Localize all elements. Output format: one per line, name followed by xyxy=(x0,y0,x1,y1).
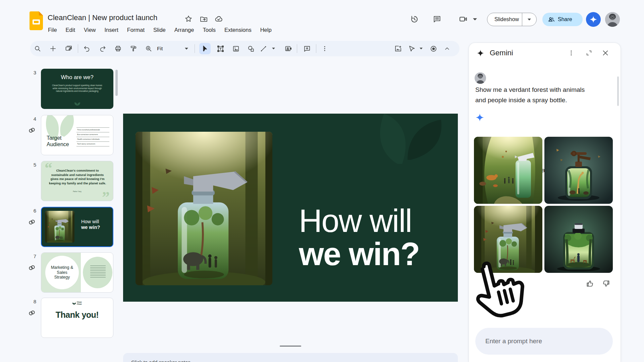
menu-edit[interactable]: Edit xyxy=(61,25,79,35)
close-panel-icon[interactable] xyxy=(601,48,610,58)
search-icon[interactable] xyxy=(33,44,42,53)
slide-number-6: 6 xyxy=(28,208,36,214)
text-box-icon[interactable] xyxy=(216,44,225,53)
leaf-decor xyxy=(357,114,444,167)
slide-number-3: 3 xyxy=(28,70,36,75)
panel-more-icon[interactable] xyxy=(567,48,576,58)
menu-help[interactable]: Help xyxy=(256,25,276,35)
share-people-icon xyxy=(548,16,555,23)
share-button[interactable]: Share xyxy=(542,13,583,26)
slide-thumbnail-4[interactable]: Target Audience Time-crunched profession… xyxy=(41,115,113,155)
slideshow-button[interactable]: Slideshow xyxy=(487,13,537,26)
thumb4-audience-list: Time-crunched professionals Eco-consciou… xyxy=(76,127,109,146)
leaf-logo-icon xyxy=(72,302,76,305)
select-cursor-icon[interactable] xyxy=(199,43,211,54)
slides-logo[interactable] xyxy=(30,11,43,30)
menu-extensions[interactable]: Extensions xyxy=(220,25,256,35)
add-slide-icon[interactable] xyxy=(48,44,58,53)
slideshow-label: Slideshow xyxy=(487,16,522,22)
generated-image-2[interactable] xyxy=(544,137,613,204)
user-message: Show me a verdant forest with animals an… xyxy=(475,84,591,105)
insert-video-icon[interactable] xyxy=(284,44,293,53)
hide-toolbar-icon[interactable] xyxy=(442,44,452,53)
slide-thumbnail-6-selected[interactable]: How will we win? xyxy=(41,207,113,247)
linked-slide-icon xyxy=(28,309,36,317)
slide-canvas[interactable]: How will we win? xyxy=(123,114,458,302)
speaker-notes-placeholder: Click to add speaker notes xyxy=(131,359,191,362)
linked-slide-icon xyxy=(28,126,36,135)
thumb8-logo: CleanClean xyxy=(41,301,113,305)
zoom-caret-icon[interactable] xyxy=(183,46,190,51)
insert-line-icon[interactable] xyxy=(259,44,268,53)
pointer-caret-icon[interactable] xyxy=(418,46,424,51)
undo-icon[interactable] xyxy=(82,44,92,53)
slide-number-4: 4 xyxy=(28,116,36,122)
more-options-icon[interactable] xyxy=(320,44,329,53)
meet-camera-icon[interactable] xyxy=(458,14,468,24)
thumb7-text-lines xyxy=(90,265,106,279)
account-avatar[interactable] xyxy=(605,12,620,27)
thumb4-item: Time-crunched professionals xyxy=(76,127,109,132)
redo-icon[interactable] xyxy=(98,44,107,53)
filmstrip: 3 Who are we? CleanClean's product suppo… xyxy=(23,60,121,362)
slideshow-caret-icon[interactable] xyxy=(522,18,536,21)
toolbar-divider xyxy=(316,44,316,53)
meet-dropdown-caret-icon[interactable] xyxy=(472,17,478,22)
thumb-down-icon[interactable] xyxy=(601,279,611,288)
thumb4-item: Tech-savvy consumers xyxy=(76,141,109,146)
add-comment-icon[interactable] xyxy=(302,44,312,53)
print-icon[interactable] xyxy=(113,44,123,53)
filmstrip-scrollbar[interactable] xyxy=(115,70,118,96)
star-icon[interactable] xyxy=(184,14,193,23)
toolbar-divider xyxy=(78,44,78,53)
paint-format-icon[interactable] xyxy=(129,44,138,53)
thumb-up-icon[interactable] xyxy=(585,279,595,288)
thumb4-title: Target Audience xyxy=(47,135,78,147)
prompt-input[interactable] xyxy=(475,328,613,355)
pen-pointer-icon[interactable] xyxy=(407,44,417,53)
slide-thumbnail-3[interactable]: Who are we? CleanClean's product support… xyxy=(41,69,113,109)
expand-panel-icon[interactable] xyxy=(584,48,594,58)
linked-slide-icon xyxy=(28,218,36,227)
record-icon[interactable] xyxy=(429,44,438,53)
zoom-select[interactable]: Fit xyxy=(157,46,163,52)
version-history-icon[interactable] xyxy=(409,14,419,24)
comments-icon[interactable] xyxy=(432,14,442,24)
line-caret-icon[interactable] xyxy=(270,46,276,51)
thumb5-author: Parker Yang xyxy=(41,191,113,192)
notes-resize-handle[interactable] xyxy=(280,346,301,347)
cloud-saved-icon[interactable] xyxy=(214,14,223,23)
zoom-icon[interactable] xyxy=(144,44,153,53)
panel-scrollbar[interactable] xyxy=(617,76,619,106)
slide-thumbnail-8[interactable]: CleanClean Thank you! xyxy=(41,298,113,338)
slide-image-spray-bottle[interactable] xyxy=(136,132,272,285)
speaker-notes[interactable]: Click to add speaker notes xyxy=(123,353,458,362)
layouts-icon[interactable] xyxy=(64,44,73,53)
generated-image-1[interactable] xyxy=(474,137,542,204)
menu-file[interactable]: File xyxy=(44,25,61,35)
toolbar-divider xyxy=(195,44,195,53)
insert-shape-icon[interactable] xyxy=(246,44,256,53)
thumb7-title-circle: Marketing & Sales Strategy xyxy=(45,256,79,289)
generated-image-4[interactable] xyxy=(544,206,613,273)
slide-title[interactable]: How will we win? xyxy=(299,204,419,270)
gemini-response-sparkle-icon xyxy=(475,113,484,122)
slide-thumbnail-7[interactable]: Marketing & Sales Strategy xyxy=(41,252,113,293)
menu-tools[interactable]: Tools xyxy=(198,25,220,35)
linked-slide-icon xyxy=(28,263,36,272)
menu-insert[interactable]: Insert xyxy=(100,25,123,35)
menu-slide[interactable]: Slide xyxy=(149,25,170,35)
close-quote-mark: ” xyxy=(102,188,110,201)
insert-image-icon[interactable] xyxy=(231,44,240,53)
thumb3-title: Who are we? xyxy=(41,74,113,80)
ai-image-icon[interactable] xyxy=(393,44,403,53)
thumb8-title: Thank you! xyxy=(41,310,113,320)
gemini-button[interactable] xyxy=(586,12,601,27)
slide-thumbnail-5[interactable]: “ ” CleanClean's commitment to sustainab… xyxy=(41,161,113,201)
document-title[interactable]: CleanClean | New product launch xyxy=(48,13,157,22)
move-folder-icon[interactable] xyxy=(199,14,208,23)
menu-format[interactable]: Format xyxy=(123,25,149,35)
menu-arrange[interactable]: Arrange xyxy=(170,25,199,35)
menu-view[interactable]: View xyxy=(79,25,100,35)
thumb5-quote: CleanClean's commitment to sustainable a… xyxy=(49,169,106,185)
